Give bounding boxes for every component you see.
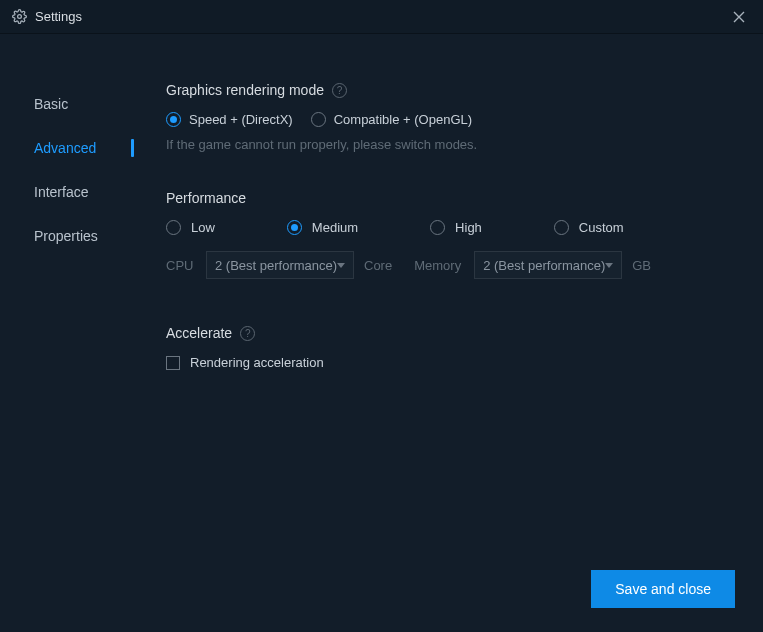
radio-label: High [455, 220, 482, 235]
radio-circle-icon [311, 112, 326, 127]
memory-label: Memory [414, 258, 464, 273]
accelerate-section: Accelerate ? Rendering acceleration [166, 325, 733, 370]
performance-section: Performance Low Medium High Custom [166, 190, 733, 279]
radio-custom[interactable]: Custom [554, 220, 624, 235]
chevron-down-icon [605, 263, 613, 268]
performance-title: Performance [166, 190, 246, 206]
checkbox-icon [166, 356, 180, 370]
cpu-unit: Core [364, 258, 392, 273]
radio-circle-icon [554, 220, 569, 235]
radio-label: Compatible + (OpenGL) [334, 112, 472, 127]
radio-label: Low [191, 220, 215, 235]
rendering-acceleration-checkbox[interactable]: Rendering acceleration [166, 355, 733, 370]
radio-circle-icon [287, 220, 302, 235]
sidebar-item-basic[interactable]: Basic [0, 82, 150, 126]
sidebar: Basic Advanced Interface Properties [0, 34, 150, 632]
titlebar: Settings [0, 0, 763, 34]
graphics-section: Graphics rendering mode ? Speed + (Direc… [166, 82, 733, 152]
radio-circle-icon [166, 220, 181, 235]
memory-select-value: 2 (Best performance) [483, 258, 605, 273]
sidebar-item-advanced[interactable]: Advanced [0, 126, 150, 170]
save-and-close-button[interactable]: Save and close [591, 570, 735, 608]
checkbox-label: Rendering acceleration [190, 355, 324, 370]
svg-point-0 [18, 15, 22, 19]
sidebar-item-properties[interactable]: Properties [0, 214, 150, 258]
memory-select[interactable]: 2 (Best performance) [474, 251, 622, 279]
radio-high[interactable]: High [430, 220, 482, 235]
radio-label: Speed + (DirectX) [189, 112, 293, 127]
graphics-hint: If the game cannot run properly, please … [166, 137, 733, 152]
close-icon [733, 11, 745, 23]
sidebar-item-interface[interactable]: Interface [0, 170, 150, 214]
cpu-label: CPU [166, 258, 196, 273]
graphics-title: Graphics rendering mode [166, 82, 324, 98]
radio-label: Medium [312, 220, 358, 235]
window-title: Settings [35, 9, 82, 24]
help-icon[interactable]: ? [332, 83, 347, 98]
memory-unit: GB [632, 258, 651, 273]
radio-medium[interactable]: Medium [287, 220, 358, 235]
cpu-select[interactable]: 2 (Best performance) [206, 251, 354, 279]
radio-speed-directx[interactable]: Speed + (DirectX) [166, 112, 293, 127]
radio-label: Custom [579, 220, 624, 235]
cpu-select-value: 2 (Best performance) [215, 258, 337, 273]
help-icon[interactable]: ? [240, 326, 255, 341]
chevron-down-icon [337, 263, 345, 268]
close-button[interactable] [727, 5, 751, 29]
content-pane: Graphics rendering mode ? Speed + (Direc… [150, 34, 763, 632]
radio-compatible-opengl[interactable]: Compatible + (OpenGL) [311, 112, 472, 127]
gear-icon [12, 9, 27, 24]
radio-circle-icon [430, 220, 445, 235]
radio-circle-icon [166, 112, 181, 127]
accelerate-title: Accelerate [166, 325, 232, 341]
radio-low[interactable]: Low [166, 220, 215, 235]
